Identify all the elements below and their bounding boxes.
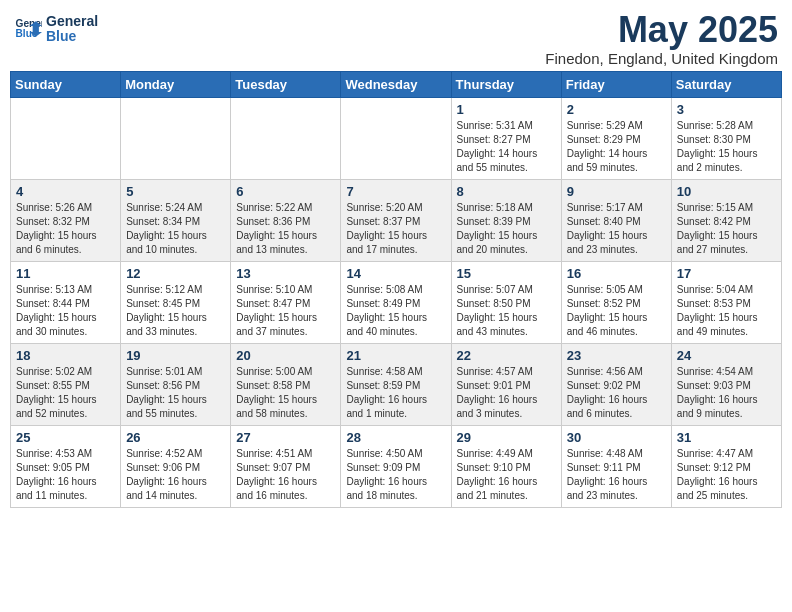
calendar-table: SundayMondayTuesdayWednesdayThursdayFrid…	[10, 71, 782, 508]
calendar-day-cell: 9Sunrise: 5:17 AM Sunset: 8:40 PM Daylig…	[561, 179, 671, 261]
day-number: 26	[126, 430, 225, 445]
weekday-header-friday: Friday	[561, 71, 671, 97]
weekday-header-row: SundayMondayTuesdayWednesdayThursdayFrid…	[11, 71, 782, 97]
calendar-day-cell: 8Sunrise: 5:18 AM Sunset: 8:39 PM Daylig…	[451, 179, 561, 261]
calendar-week-row: 18Sunrise: 5:02 AM Sunset: 8:55 PM Dayli…	[11, 343, 782, 425]
day-number: 3	[677, 102, 776, 117]
day-number: 21	[346, 348, 445, 363]
calendar-day-cell: 11Sunrise: 5:13 AM Sunset: 8:44 PM Dayli…	[11, 261, 121, 343]
day-number: 24	[677, 348, 776, 363]
day-info: Sunrise: 4:47 AM Sunset: 9:12 PM Dayligh…	[677, 447, 776, 503]
day-info: Sunrise: 5:04 AM Sunset: 8:53 PM Dayligh…	[677, 283, 776, 339]
calendar-day-cell: 4Sunrise: 5:26 AM Sunset: 8:32 PM Daylig…	[11, 179, 121, 261]
day-number: 25	[16, 430, 115, 445]
day-number: 15	[457, 266, 556, 281]
calendar-empty-cell	[11, 97, 121, 179]
day-info: Sunrise: 5:31 AM Sunset: 8:27 PM Dayligh…	[457, 119, 556, 175]
day-info: Sunrise: 4:51 AM Sunset: 9:07 PM Dayligh…	[236, 447, 335, 503]
logo: General Blue General Blue	[14, 14, 98, 45]
day-info: Sunrise: 4:53 AM Sunset: 9:05 PM Dayligh…	[16, 447, 115, 503]
day-info: Sunrise: 5:26 AM Sunset: 8:32 PM Dayligh…	[16, 201, 115, 257]
calendar-week-row: 4Sunrise: 5:26 AM Sunset: 8:32 PM Daylig…	[11, 179, 782, 261]
day-info: Sunrise: 5:28 AM Sunset: 8:30 PM Dayligh…	[677, 119, 776, 175]
calendar-day-cell: 27Sunrise: 4:51 AM Sunset: 9:07 PM Dayli…	[231, 425, 341, 507]
calendar-day-cell: 30Sunrise: 4:48 AM Sunset: 9:11 PM Dayli…	[561, 425, 671, 507]
logo-blue: Blue	[46, 29, 98, 44]
day-info: Sunrise: 5:12 AM Sunset: 8:45 PM Dayligh…	[126, 283, 225, 339]
day-number: 12	[126, 266, 225, 281]
calendar-week-row: 25Sunrise: 4:53 AM Sunset: 9:05 PM Dayli…	[11, 425, 782, 507]
day-number: 31	[677, 430, 776, 445]
calendar-day-cell: 25Sunrise: 4:53 AM Sunset: 9:05 PM Dayli…	[11, 425, 121, 507]
day-number: 5	[126, 184, 225, 199]
day-number: 16	[567, 266, 666, 281]
day-number: 9	[567, 184, 666, 199]
weekday-header-tuesday: Tuesday	[231, 71, 341, 97]
logo-icon: General Blue	[14, 15, 42, 43]
day-info: Sunrise: 5:01 AM Sunset: 8:56 PM Dayligh…	[126, 365, 225, 421]
day-info: Sunrise: 5:08 AM Sunset: 8:49 PM Dayligh…	[346, 283, 445, 339]
day-number: 20	[236, 348, 335, 363]
day-number: 7	[346, 184, 445, 199]
day-number: 10	[677, 184, 776, 199]
calendar-day-cell: 5Sunrise: 5:24 AM Sunset: 8:34 PM Daylig…	[121, 179, 231, 261]
month-title: May 2025	[545, 10, 778, 50]
logo-general: General	[46, 14, 98, 29]
day-info: Sunrise: 5:29 AM Sunset: 8:29 PM Dayligh…	[567, 119, 666, 175]
day-info: Sunrise: 5:13 AM Sunset: 8:44 PM Dayligh…	[16, 283, 115, 339]
calendar-day-cell: 19Sunrise: 5:01 AM Sunset: 8:56 PM Dayli…	[121, 343, 231, 425]
calendar-day-cell: 22Sunrise: 4:57 AM Sunset: 9:01 PM Dayli…	[451, 343, 561, 425]
day-info: Sunrise: 4:50 AM Sunset: 9:09 PM Dayligh…	[346, 447, 445, 503]
location: Finedon, England, United Kingdom	[545, 50, 778, 67]
calendar-day-cell: 29Sunrise: 4:49 AM Sunset: 9:10 PM Dayli…	[451, 425, 561, 507]
page-header: General Blue General Blue May 2025 Fined…	[10, 10, 782, 67]
day-number: 4	[16, 184, 115, 199]
day-info: Sunrise: 5:07 AM Sunset: 8:50 PM Dayligh…	[457, 283, 556, 339]
day-number: 8	[457, 184, 556, 199]
day-info: Sunrise: 5:22 AM Sunset: 8:36 PM Dayligh…	[236, 201, 335, 257]
calendar-day-cell: 31Sunrise: 4:47 AM Sunset: 9:12 PM Dayli…	[671, 425, 781, 507]
calendar-day-cell: 3Sunrise: 5:28 AM Sunset: 8:30 PM Daylig…	[671, 97, 781, 179]
calendar-day-cell: 13Sunrise: 5:10 AM Sunset: 8:47 PM Dayli…	[231, 261, 341, 343]
day-number: 17	[677, 266, 776, 281]
calendar-day-cell: 7Sunrise: 5:20 AM Sunset: 8:37 PM Daylig…	[341, 179, 451, 261]
calendar-day-cell: 6Sunrise: 5:22 AM Sunset: 8:36 PM Daylig…	[231, 179, 341, 261]
day-info: Sunrise: 4:54 AM Sunset: 9:03 PM Dayligh…	[677, 365, 776, 421]
calendar-week-row: 1Sunrise: 5:31 AM Sunset: 8:27 PM Daylig…	[11, 97, 782, 179]
day-number: 11	[16, 266, 115, 281]
title-block: May 2025 Finedon, England, United Kingdo…	[545, 10, 778, 67]
day-info: Sunrise: 5:17 AM Sunset: 8:40 PM Dayligh…	[567, 201, 666, 257]
calendar-day-cell: 17Sunrise: 5:04 AM Sunset: 8:53 PM Dayli…	[671, 261, 781, 343]
day-info: Sunrise: 5:24 AM Sunset: 8:34 PM Dayligh…	[126, 201, 225, 257]
day-info: Sunrise: 5:10 AM Sunset: 8:47 PM Dayligh…	[236, 283, 335, 339]
calendar-empty-cell	[121, 97, 231, 179]
day-info: Sunrise: 4:56 AM Sunset: 9:02 PM Dayligh…	[567, 365, 666, 421]
calendar-day-cell: 28Sunrise: 4:50 AM Sunset: 9:09 PM Dayli…	[341, 425, 451, 507]
weekday-header-sunday: Sunday	[11, 71, 121, 97]
day-info: Sunrise: 5:18 AM Sunset: 8:39 PM Dayligh…	[457, 201, 556, 257]
day-number: 23	[567, 348, 666, 363]
calendar-day-cell: 18Sunrise: 5:02 AM Sunset: 8:55 PM Dayli…	[11, 343, 121, 425]
calendar-week-row: 11Sunrise: 5:13 AM Sunset: 8:44 PM Dayli…	[11, 261, 782, 343]
calendar-day-cell: 20Sunrise: 5:00 AM Sunset: 8:58 PM Dayli…	[231, 343, 341, 425]
weekday-header-monday: Monday	[121, 71, 231, 97]
day-info: Sunrise: 4:57 AM Sunset: 9:01 PM Dayligh…	[457, 365, 556, 421]
calendar-day-cell: 14Sunrise: 5:08 AM Sunset: 8:49 PM Dayli…	[341, 261, 451, 343]
day-info: Sunrise: 5:00 AM Sunset: 8:58 PM Dayligh…	[236, 365, 335, 421]
calendar-empty-cell	[231, 97, 341, 179]
day-number: 27	[236, 430, 335, 445]
calendar-day-cell: 15Sunrise: 5:07 AM Sunset: 8:50 PM Dayli…	[451, 261, 561, 343]
day-info: Sunrise: 5:15 AM Sunset: 8:42 PM Dayligh…	[677, 201, 776, 257]
day-number: 2	[567, 102, 666, 117]
calendar-day-cell: 10Sunrise: 5:15 AM Sunset: 8:42 PM Dayli…	[671, 179, 781, 261]
day-number: 6	[236, 184, 335, 199]
day-info: Sunrise: 4:48 AM Sunset: 9:11 PM Dayligh…	[567, 447, 666, 503]
day-number: 18	[16, 348, 115, 363]
calendar-day-cell: 24Sunrise: 4:54 AM Sunset: 9:03 PM Dayli…	[671, 343, 781, 425]
day-number: 28	[346, 430, 445, 445]
day-number: 22	[457, 348, 556, 363]
calendar-day-cell: 21Sunrise: 4:58 AM Sunset: 8:59 PM Dayli…	[341, 343, 451, 425]
day-number: 30	[567, 430, 666, 445]
calendar-day-cell: 1Sunrise: 5:31 AM Sunset: 8:27 PM Daylig…	[451, 97, 561, 179]
day-number: 13	[236, 266, 335, 281]
